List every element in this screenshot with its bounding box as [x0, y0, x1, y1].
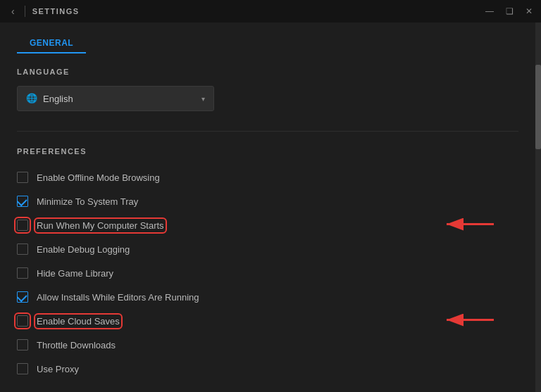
maximize-button[interactable]: ❑	[503, 5, 516, 18]
checkbox-debug-logging[interactable]	[17, 244, 28, 255]
dropdown-left: 🌐 English	[26, 93, 73, 104]
label-cloud-saves: Enable Cloud Saves	[37, 316, 120, 327]
pref-item-offline-mode[interactable]: Enable Offline Mode Browsing	[17, 165, 518, 189]
preferences-section: PREFERENCES Enable Offline Mode Browsing…	[17, 147, 518, 381]
pref-item-debug-logging[interactable]: Enable Debug Logging	[17, 237, 518, 261]
label-minimize-tray: Minimize To System Tray	[37, 196, 138, 207]
scrollbar-thumb[interactable]	[535, 65, 541, 149]
checkbox-hide-library[interactable]	[17, 267, 28, 279]
pref-item-minimize-tray[interactable]: Minimize To System Tray	[17, 189, 518, 213]
checkbox-throttle-downloads[interactable]	[17, 339, 28, 350]
window-controls: — ❑ ✕	[483, 5, 535, 18]
section-divider	[17, 131, 518, 132]
title-divider	[25, 6, 25, 17]
chevron-down-icon: ▾	[201, 95, 205, 103]
close-button[interactable]: ✕	[523, 5, 535, 18]
language-value: English	[43, 94, 73, 104]
label-offline-mode: Enable Offline Mode Browsing	[37, 172, 160, 183]
top-tab-area: GENERAL	[17, 34, 518, 53]
checkbox-minimize-tray[interactable]	[17, 196, 28, 207]
window-title: SETTINGS	[32, 7, 80, 15]
language-section-label: LANGUAGE	[17, 68, 518, 76]
scrollbar-track[interactable]	[535, 23, 541, 392]
arrow-run-on-start	[441, 215, 497, 236]
checkbox-use-proxy[interactable]	[17, 363, 28, 374]
settings-window: ‹ SETTINGS — ❑ ✕ GENERAL LANGUAGE 🌐 Engl…	[0, 0, 541, 392]
pref-item-hide-library[interactable]: Hide Game Library	[17, 261, 518, 285]
checkbox-cloud-saves[interactable]	[17, 315, 28, 327]
label-allow-installs: Allow Installs While Editors Are Running	[37, 292, 199, 303]
pref-item-allow-installs[interactable]: Allow Installs While Editors Are Running	[17, 285, 518, 309]
general-tab[interactable]: GENERAL	[17, 34, 86, 53]
language-section: LANGUAGE 🌐 English ▾	[17, 68, 518, 111]
pref-item-use-proxy[interactable]: Use Proxy	[17, 357, 518, 381]
arrow-cloud-saves	[441, 310, 497, 332]
label-run-on-start: Run When My Computer Starts	[37, 220, 164, 231]
label-debug-logging: Enable Debug Logging	[37, 244, 130, 255]
label-hide-library: Hide Game Library	[37, 268, 113, 279]
label-throttle-downloads: Throttle Downloads	[37, 340, 116, 350]
title-bar-left: ‹ SETTINGS	[8, 3, 80, 20]
label-use-proxy: Use Proxy	[37, 364, 79, 374]
checkbox-run-on-start[interactable]	[17, 220, 28, 231]
main-content: GENERAL LANGUAGE 🌐 English ▾ PREFERENCES	[0, 23, 541, 392]
globe-icon: 🌐	[26, 93, 37, 104]
scroll-area[interactable]: GENERAL LANGUAGE 🌐 English ▾ PREFERENCES	[0, 23, 535, 392]
pref-item-throttle-downloads[interactable]: Throttle Downloads	[17, 333, 518, 357]
checkbox-offline-mode[interactable]	[17, 172, 28, 183]
preferences-section-label: PREFERENCES	[17, 147, 518, 156]
minimize-button[interactable]: —	[483, 5, 496, 18]
checkbox-allow-installs[interactable]	[17, 291, 28, 303]
back-button[interactable]: ‹	[8, 3, 18, 20]
language-dropdown[interactable]: 🌐 English ▾	[17, 86, 214, 111]
pref-item-cloud-saves[interactable]: Enable Cloud Saves	[17, 309, 518, 333]
pref-item-run-on-start[interactable]: Run When My Computer Starts	[17, 213, 518, 237]
title-bar: ‹ SETTINGS — ❑ ✕	[0, 0, 541, 23]
